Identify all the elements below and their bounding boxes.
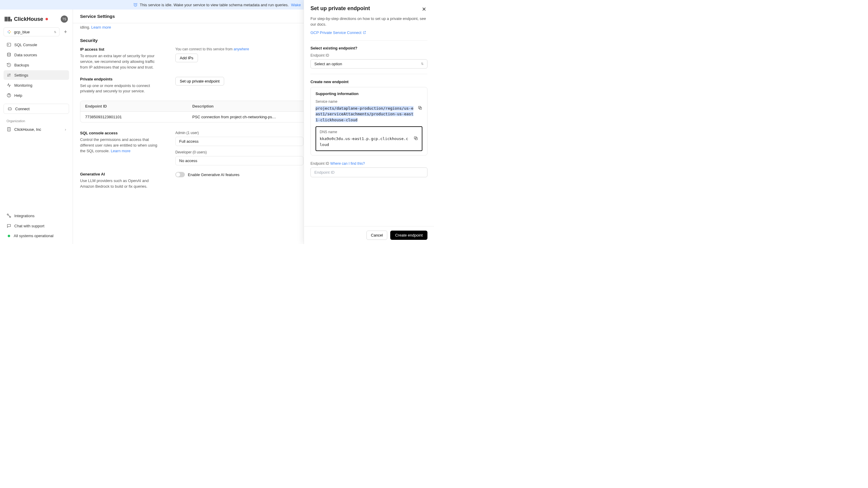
svg-rect-1 <box>7 43 11 47</box>
col-endpoint-id: Endpoint ID <box>81 101 188 111</box>
setup-endpoint-button[interactable]: Set up private endpoint <box>175 77 224 86</box>
connect-button[interactable]: Connect <box>4 104 69 114</box>
org-name: ClickHouse, Inc <box>14 127 41 132</box>
learn-more-link[interactable]: Learn more <box>111 149 130 153</box>
add-project-button[interactable]: + <box>62 28 69 35</box>
service-name-value: projects/dataplane-production/regions/us… <box>315 106 415 123</box>
nav-label: Monitoring <box>14 83 32 88</box>
nav-system-status[interactable]: All systems operational <box>4 231 69 240</box>
project-selector[interactable]: gcp_blue ⇅ <box>4 27 60 36</box>
nav-settings[interactable]: Settings <box>4 70 69 80</box>
drawer-intro: For step-by-step directions on how to se… <box>310 16 428 27</box>
nav-chat-support[interactable]: Chat with support <box>4 221 69 231</box>
create-endpoint-button[interactable]: Create endpoint <box>390 231 428 240</box>
svg-point-3 <box>9 74 10 75</box>
select-placeholder: Select an option <box>314 62 342 66</box>
connect-label: Connect <box>15 107 29 111</box>
nav-integrations[interactable]: Integrations <box>4 211 69 221</box>
gen-ai-toggle-label: Enable Generative AI features <box>188 172 239 177</box>
svg-point-2 <box>7 53 11 54</box>
sidebar: ClickHouse TS gcp_blue ⇅ + SQL Console D… <box>0 9 73 244</box>
admin-label: Admin (1 user) <box>175 131 303 135</box>
wake-link[interactable]: Wake <box>291 3 301 7</box>
banner-text: This service is idle. Wake your service … <box>140 3 289 7</box>
nav-label: SQL Console <box>14 42 37 47</box>
status-ok-dot <box>8 235 10 237</box>
svg-rect-8 <box>7 127 10 131</box>
learn-more-link[interactable]: Learn more <box>91 25 111 29</box>
nav-label: Data sources <box>14 53 37 57</box>
ip-access-hint: You can connect to this service from any… <box>175 47 303 51</box>
brand-name: ClickHouse <box>14 16 43 22</box>
endpoint-select[interactable]: Select an option ⇅ <box>310 59 428 68</box>
where-find-link[interactable]: Where can I find this? <box>331 162 365 166</box>
cancel-button[interactable]: Cancel <box>366 231 387 240</box>
plug-icon <box>7 106 12 111</box>
anywhere-link[interactable]: anywhere <box>234 47 249 51</box>
select-existing-heading: Select existing endpoint? <box>310 46 428 50</box>
nav-backups[interactable]: Backups <box>4 60 69 70</box>
create-new-heading: Create new endpoint <box>310 80 428 84</box>
add-ips-button[interactable]: Add IPs <box>175 54 198 62</box>
sql-console-desc: Control the permissions and access that … <box>80 137 163 154</box>
endpoint-id-label: Endpoint ID <box>310 53 428 57</box>
activity-icon <box>6 83 11 88</box>
cell-endpoint-id: 77385093123801101 <box>81 112 188 122</box>
nav-monitoring[interactable]: Monitoring <box>4 81 69 90</box>
nav-label: Settings <box>14 73 28 78</box>
service-name-label: Service name <box>315 99 423 104</box>
gen-ai-heading: Generative AI <box>80 172 163 176</box>
dns-box: DNS name kka9o0c3du.us-east1.p.gcp.click… <box>315 126 423 151</box>
nav-label: All systems operational <box>14 234 54 238</box>
nav-label: Help <box>14 93 22 98</box>
dns-value: kka9o0c3du.us-east1.p.gcp.clickhouse.clo… <box>320 136 410 147</box>
developer-label: Developer (0 users) <box>175 150 303 154</box>
external-link-icon <box>363 31 366 34</box>
private-endpoints-heading: Private endpoints <box>80 77 163 81</box>
logo-row: ClickHouse TS <box>4 13 69 27</box>
database-icon <box>6 52 11 57</box>
org-label: Organization <box>6 119 68 123</box>
chevron-updown-icon: ⇅ <box>421 62 424 66</box>
nav-list: SQL Console Data sources Backups Setting… <box>4 40 69 100</box>
sliders-icon <box>6 73 11 78</box>
svg-point-4 <box>7 75 8 76</box>
docs-link[interactable]: GCP Private Service Connect <box>310 30 366 35</box>
svg-rect-7 <box>8 108 11 110</box>
supporting-info-card: Supporting information Service name proj… <box>310 87 428 156</box>
admin-access-select[interactable]: Full access <box>175 137 303 146</box>
nav-data-sources[interactable]: Data sources <box>4 50 69 60</box>
nav-label: Integrations <box>14 213 34 218</box>
gen-ai-toggle[interactable] <box>175 172 185 177</box>
endpoint-id-input-label: Endpoint ID <box>310 162 329 166</box>
history-icon <box>6 63 11 67</box>
ip-access-desc: To ensure an extra layer of security for… <box>80 53 163 70</box>
supporting-heading: Supporting information <box>315 91 423 96</box>
endpoint-id-input[interactable] <box>310 167 428 177</box>
building-icon <box>6 127 11 132</box>
help-icon <box>6 93 11 98</box>
close-icon[interactable]: ✕ <box>421 5 428 13</box>
gcp-icon <box>7 29 11 34</box>
nav-sql-console[interactable]: SQL Console <box>4 40 69 50</box>
service-status-dot <box>45 18 48 20</box>
chat-icon <box>6 224 11 228</box>
chevron-updown-icon: ⇅ <box>54 30 56 34</box>
clickhouse-logo-icon <box>5 17 11 22</box>
dns-label: DNS name <box>320 130 418 134</box>
nav-help[interactable]: Help <box>4 91 69 100</box>
org-item[interactable]: ClickHouse, Inc › <box>4 124 69 134</box>
avatar[interactable]: TS <box>61 16 68 23</box>
sql-console-heading: SQL console access <box>80 131 163 135</box>
copy-icon[interactable] <box>417 106 423 110</box>
copy-icon[interactable] <box>413 136 418 141</box>
developer-access-select[interactable]: No access <box>175 156 303 165</box>
private-endpoints-desc: Set up one or more endpoints to connect … <box>80 83 163 94</box>
project-name: gcp_blue <box>14 30 52 34</box>
clock-icon <box>133 3 137 7</box>
chevron-right-icon: › <box>65 127 66 132</box>
terminal-icon <box>6 42 11 47</box>
private-endpoint-drawer: Set up private endpoint ✕ For step-by-st… <box>304 0 434 244</box>
gen-ai-desc: Use LLM providers such as OpenAI and Ama… <box>80 178 163 190</box>
endpoint-id-input-row: Endpoint ID Where can I find this? <box>310 161 428 166</box>
